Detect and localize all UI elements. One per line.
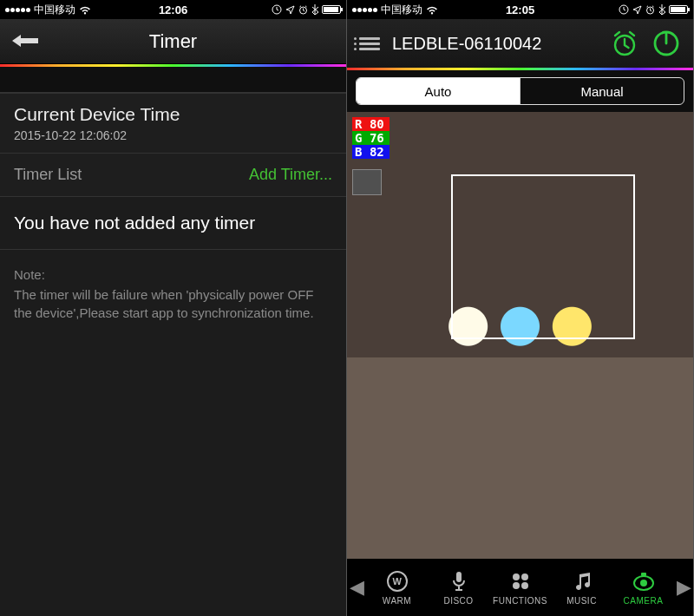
b-label: B <box>355 145 362 159</box>
note-body: The timer will be failure when 'physical… <box>14 285 332 322</box>
tab-label: WARM <box>383 596 411 606</box>
svg-rect-16 <box>641 573 646 576</box>
microphone-icon <box>447 569 471 593</box>
phone-timer: 中国移动 12:06 Timer <box>0 0 347 616</box>
device-time-value: 2015-10-22 12:06:02 <box>14 128 332 142</box>
page-title: Timer <box>149 30 197 53</box>
b-value: 82 <box>370 145 384 159</box>
svg-point-11 <box>521 573 528 580</box>
r-label: R <box>355 117 362 131</box>
add-timer-button[interactable]: Add Timer... <box>249 166 332 184</box>
bluetooth-icon <box>311 4 318 15</box>
timer-list-label: Timer List <box>14 166 82 184</box>
location-icon <box>632 5 642 15</box>
top-bar: LEDBLE-06110042 <box>347 19 693 68</box>
spacer <box>0 67 346 93</box>
tab-disco[interactable]: DISCO <box>428 569 489 606</box>
color-swatch <box>352 169 382 195</box>
back-button[interactable] <box>12 30 38 53</box>
signal-dots-icon <box>352 8 377 12</box>
device-time-label: Current Device Time <box>14 104 332 125</box>
focus-box[interactable] <box>451 174 635 339</box>
alarm-statusbar-icon <box>645 5 655 15</box>
status-bar: 中国移动 12:06 <box>0 0 346 19</box>
warm-icon: W <box>385 569 409 593</box>
device-list-button[interactable] <box>359 37 380 50</box>
tab-label: CAMERA <box>624 596 664 606</box>
tab-bar: ◀ W WARM DISCO FUNCTIONS MUSIC <box>347 559 693 616</box>
wifi-icon <box>79 5 91 15</box>
svg-point-13 <box>521 582 528 589</box>
tab-label: FUNCTIONS <box>493 596 547 606</box>
camera-viewfinder[interactable]: R 80 G 76 B 82 <box>347 112 693 559</box>
phone-camera: 中国移动 12:05 LEDBLE-06110042 <box>347 0 694 616</box>
battery-icon <box>322 5 341 14</box>
svg-point-12 <box>513 582 520 589</box>
bluetooth-icon <box>658 4 665 15</box>
wifi-icon <box>426 5 438 15</box>
device-time-section: Current Device Time 2015-10-22 12:06:02 <box>0 93 346 154</box>
nav-bar: Timer <box>0 19 346 64</box>
svg-rect-9 <box>456 572 462 582</box>
tab-label: MUSIC <box>566 596 597 606</box>
camera-icon <box>632 569 656 593</box>
note-title: Note: <box>14 265 332 284</box>
timer-list-row: Timer List Add Timer... <box>0 154 346 197</box>
signal-dots-icon <box>5 8 30 12</box>
alarm-icon[interactable] <box>610 29 639 58</box>
device-name-label[interactable]: LEDBLE-06110042 <box>392 34 598 54</box>
carrier-label: 中国移动 <box>34 3 75 17</box>
tab-camera[interactable]: CAMERA <box>612 569 674 606</box>
status-bar: 中国移动 12:05 <box>347 0 693 19</box>
tab-functions[interactable]: FUNCTIONS <box>489 569 551 606</box>
svg-point-10 <box>513 573 520 580</box>
tab-warm[interactable]: W WARM <box>366 569 428 606</box>
tab-scroll-left[interactable]: ◀ <box>347 576 366 599</box>
segmented-wrap: Auto Manual <box>347 70 693 112</box>
music-icon <box>570 569 594 593</box>
rgb-readout: R 80 G 76 B 82 <box>352 117 390 159</box>
tab-auto[interactable]: Auto <box>357 78 520 104</box>
empty-timer-message: You have not added any timer <box>0 197 346 250</box>
note-section: Note: The timer will be failure when 'ph… <box>0 250 346 616</box>
segmented-control: Auto Manual <box>356 77 684 105</box>
svg-text:W: W <box>392 576 402 587</box>
functions-icon <box>508 569 533 593</box>
battery-icon <box>669 5 688 14</box>
g-label: G <box>355 131 362 145</box>
carrier-label: 中国移动 <box>381 3 422 17</box>
power-button[interactable] <box>651 29 681 58</box>
tab-music[interactable]: MUSIC <box>551 569 612 606</box>
location-icon <box>285 5 295 15</box>
alarm-statusbar-icon <box>298 5 308 15</box>
rotation-lock-icon <box>272 4 282 15</box>
svg-point-15 <box>640 580 647 587</box>
tab-manual[interactable]: Manual <box>520 78 684 104</box>
rotation-lock-icon <box>619 4 629 15</box>
r-value: 80 <box>370 117 384 131</box>
g-value: 76 <box>370 131 384 145</box>
tab-label: DISCO <box>443 596 473 606</box>
tab-scroll-right[interactable]: ▶ <box>674 576 693 599</box>
